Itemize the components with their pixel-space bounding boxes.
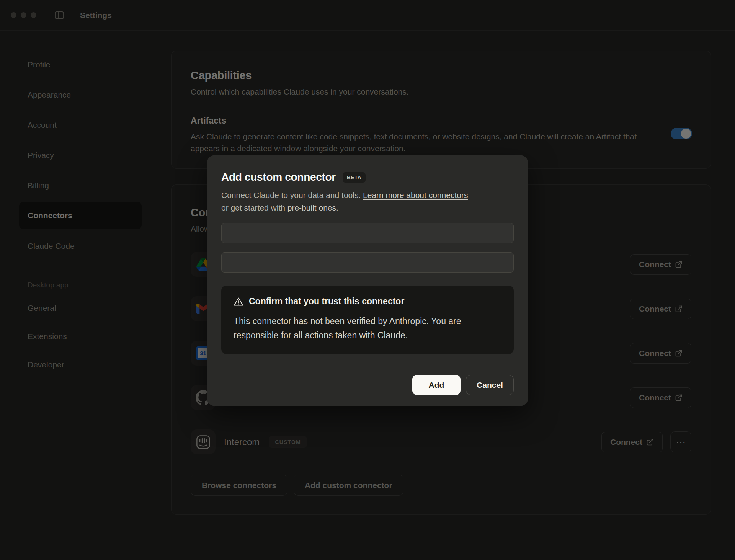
pre-built-connectors-link[interactable]: pre-built ones (287, 203, 336, 212)
connector-name-input[interactable] (221, 223, 514, 243)
add-custom-connector-modal: Add custom connector BETA Connect Claude… (207, 155, 528, 406)
modal-description: Connect Claude to your data and tools. L… (221, 189, 514, 214)
trust-warning-box: Confirm that you trust this connector Th… (221, 286, 514, 354)
learn-more-link[interactable]: Learn more about connectors (363, 191, 468, 199)
warning-body: This connector has not been verified by … (234, 314, 479, 343)
beta-badge: BETA (343, 172, 366, 183)
add-button[interactable]: Add (412, 375, 461, 395)
warning-title: Confirm that you trust this connector (249, 296, 404, 307)
connector-url-input[interactable] (221, 252, 514, 273)
warning-triangle-icon (234, 297, 243, 307)
modal-title: Add custom connector (221, 171, 336, 183)
cancel-button[interactable]: Cancel (466, 375, 514, 395)
